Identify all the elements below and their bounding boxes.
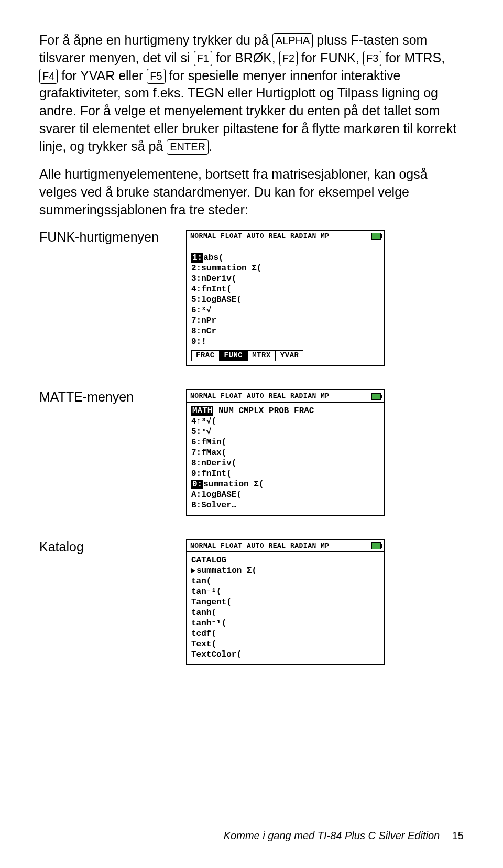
list-item: 9:!	[191, 337, 380, 347]
screen-funk: NORMAL FLOAT AUTO REAL RADIAN MP 1:abs( …	[186, 230, 385, 366]
battery-icon	[371, 542, 381, 549]
screen-katalog: NORMAL FLOAT AUTO REAL RADIAN MP CATALOG…	[186, 539, 385, 665]
row-matte: MATTE-menyen NORMAL FLOAT AUTO REAL RADI…	[39, 389, 464, 515]
battery-icon	[371, 393, 381, 400]
list-item: 4↑³√(	[191, 416, 380, 427]
key-enter: ENTER	[167, 139, 209, 155]
key-f2: F2	[279, 51, 298, 66]
label-matte: MATTE-menyen	[39, 389, 186, 405]
row-katalog: Katalog NORMAL FLOAT AUTO REAL RADIAN MP…	[39, 539, 464, 665]
list-text: abs(	[203, 253, 223, 263]
status-bar: NORMAL FLOAT AUTO REAL RADIAN MP	[187, 390, 384, 402]
list-text: summation Σ(	[203, 480, 264, 489]
tab-frac: FRAC	[191, 350, 220, 361]
key-f5: F5	[147, 69, 165, 84]
list-item: 5:ˣ√	[191, 427, 380, 437]
list-item: tanh(	[191, 607, 380, 618]
list-item: tcdf(	[191, 628, 380, 639]
text: For å åpne en hurtigmeny trykker du på	[39, 32, 272, 47]
status-text: NORMAL FLOAT AUTO REAL RADIAN MP	[190, 232, 330, 241]
footer-title: Komme i gang med TI-84 Plus C Silver Edi…	[224, 830, 440, 841]
list-item: 7:nPr	[191, 316, 380, 326]
list-item: 7:fMax(	[191, 448, 380, 458]
footer: Komme i gang med TI-84 Plus C Silver Edi…	[39, 823, 464, 842]
row-funk: FUNK-hurtigmenyen NORMAL FLOAT AUTO REAL…	[39, 230, 464, 366]
text: .	[209, 139, 212, 154]
list-item: tan(	[191, 576, 380, 587]
list-item: 0:summation Σ(	[191, 479, 380, 490]
list-item: summation Σ(	[191, 566, 380, 576]
status-bar: NORMAL FLOAT AUTO REAL RADIAN MP	[187, 231, 384, 242]
tab-func: FUNC	[220, 350, 248, 361]
paragraph-2: Alle hurtigmenyelementene, bortsett fra …	[39, 166, 464, 219]
status-text: NORMAL FLOAT AUTO REAL RADIAN MP	[190, 392, 330, 400]
key-f1: F1	[194, 51, 212, 66]
catalog-title: CATALOG	[191, 555, 380, 566]
list-item: 1:abs(	[191, 253, 380, 263]
list-item: 8:nDeriv(	[191, 458, 380, 469]
key-f4: F4	[39, 69, 58, 84]
paragraph-1: For å åpne en hurtigmeny trykker du på A…	[39, 31, 464, 155]
text: for FUNK,	[298, 50, 363, 65]
status-text: NORMAL FLOAT AUTO REAL RADIAN MP	[190, 542, 330, 550]
list-item: A:logBASE(	[191, 490, 380, 500]
list-item: 5:logBASE(	[191, 295, 380, 305]
menu-active: MATH	[191, 406, 213, 416]
list-item: 2:summation Σ(	[191, 263, 380, 274]
list-item: 6:ˣ√	[191, 305, 380, 316]
list-item: B:Solver…	[191, 500, 380, 511]
label-katalog: Katalog	[39, 539, 186, 555]
list-number: 0:	[191, 480, 203, 489]
list-item: Tangent(	[191, 597, 380, 607]
list-item: TextColor(	[191, 649, 380, 660]
tab-yvar: YVAR	[276, 350, 304, 361]
screen-matte: NORMAL FLOAT AUTO REAL RADIAN MP MATH NU…	[186, 389, 385, 515]
tab-mtrx: MTRX	[247, 350, 276, 361]
key-alpha: ALPHA	[272, 33, 313, 48]
list-item: 6:fMin(	[191, 437, 380, 448]
list-item: 4:fnInt(	[191, 284, 380, 295]
status-bar: NORMAL FLOAT AUTO REAL RADIAN MP	[187, 540, 384, 552]
list-item: 3:nDeriv(	[191, 274, 380, 284]
list-text: summation Σ(	[196, 566, 257, 576]
page-number: 15	[452, 830, 464, 841]
key-f3: F3	[363, 51, 381, 66]
list-item: Text(	[191, 639, 380, 649]
text: for MTRS,	[381, 50, 445, 65]
text: for YVAR eller	[58, 68, 147, 83]
battery-icon	[371, 233, 381, 240]
text: for BRØK,	[212, 50, 279, 65]
menu-header: MATH NUM CMPLX PROB FRAC	[191, 406, 380, 416]
tab-bar: FRAC FUNC MTRX YVAR	[191, 350, 380, 361]
list-item: tanh⁻¹(	[191, 618, 380, 628]
list-item: tan⁻¹(	[191, 587, 380, 597]
cursor-icon	[191, 568, 195, 573]
menu-rest: NUM CMPLX PROB FRAC	[213, 406, 314, 416]
list-item: 8:nCr	[191, 326, 380, 337]
list-item: 9:fnInt(	[191, 469, 380, 479]
label-funk: FUNK-hurtigmenyen	[39, 230, 186, 245]
list-number: 1:	[191, 253, 203, 263]
